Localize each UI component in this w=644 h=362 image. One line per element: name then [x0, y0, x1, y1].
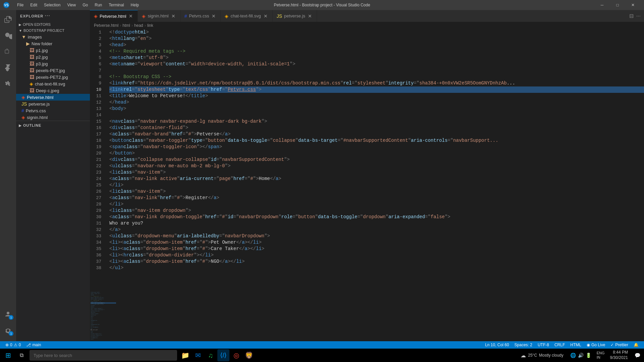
email-icon: ✉: [195, 351, 201, 359]
activity-explorer[interactable]: [0, 11, 16, 27]
close-button[interactable]: ✕: [625, 0, 641, 10]
maximize-button[interactable]: □: [610, 0, 625, 10]
tab-petverse-html[interactable]: ◈ Petverse.html ✕: [90, 10, 138, 22]
taskview-button[interactable]: ⧉: [15, 349, 28, 361]
code-line-15: <nav class="navbar navbar-expand-lg navb…: [109, 118, 644, 125]
prettier-status[interactable]: ✓ Prettier: [608, 341, 631, 349]
code-line-27: <a class="nav-link" href="#">Register</a…: [109, 195, 644, 201]
menu-selection[interactable]: Selection: [41, 0, 64, 10]
js-tab-icon: JS: [277, 13, 282, 19]
folder-images[interactable]: ▼ images: [16, 34, 90, 40]
menu-help[interactable]: Help: [127, 0, 143, 10]
file-petverse-js[interactable]: JS petverse.js: [16, 101, 90, 107]
tab-close-petverse[interactable]: ✕: [128, 13, 133, 19]
file-petverse-html[interactable]: ◈ Petverse.html: [16, 94, 90, 101]
outline-section: ▶ OUTLINE: [16, 121, 90, 130]
code-editor[interactable]: 1 2 3 4 5 6 7 8 9 10 11 12 13 14 15 16 1…: [90, 29, 644, 290]
tab-petverse-js[interactable]: JS petverse.js ✕: [273, 10, 317, 22]
code-line-18: <button class="navbar-toggler" type="but…: [109, 137, 644, 144]
brave-icon: 🦁: [245, 351, 253, 359]
menu-edit[interactable]: Edit: [27, 0, 41, 10]
menu-file[interactable]: File: [14, 0, 27, 10]
tab-label: signin.html: [148, 13, 168, 18]
file-p2[interactable]: 🖼 p2.jpg: [16, 54, 90, 60]
file-deep[interactable]: 🖼 Deep c.jpeg: [16, 87, 90, 94]
encoding-status[interactable]: UTF-8: [535, 341, 552, 349]
tab-petvrs-css[interactable]: # Petvrs.css ✕: [180, 10, 221, 22]
outline-header[interactable]: ▶ OUTLINE: [16, 122, 90, 128]
bootstrap-project-header[interactable]: ▼ BOOTSTRAP PROJECT: [16, 27, 90, 34]
network-icon[interactable]: 🌐: [570, 353, 576, 358]
activity-git[interactable]: [0, 44, 16, 60]
start-button[interactable]: ⊞: [1, 349, 15, 362]
breadcrumb-html[interactable]: html: [122, 23, 130, 28]
taskbar-explorer-icon[interactable]: 📁: [179, 349, 191, 361]
errors-status[interactable]: ⊗ 0 ⚠ 0: [3, 341, 23, 349]
activity-account[interactable]: 1: [0, 306, 16, 322]
folder-new[interactable]: ▶ New folder: [16, 40, 90, 47]
tab-close-signin[interactable]: ✕: [171, 13, 176, 19]
taskbar-chrome-icon[interactable]: ◎: [230, 349, 242, 361]
svg-icon: ◈: [30, 81, 33, 86]
split-editor-button[interactable]: ⊟: [629, 12, 634, 20]
line-numbers: 1 2 3 4 5 6 7 8 9 10 11 12 13 14 15 16 1…: [90, 29, 107, 290]
taskbar-brave-icon[interactable]: 🦁: [243, 349, 255, 361]
menu-run[interactable]: Run: [91, 0, 105, 10]
breadcrumb-head[interactable]: head: [134, 23, 143, 28]
taskbar-vscode-icon[interactable]: ⟨/⟩: [217, 349, 229, 361]
taskbar-search-input[interactable]: [30, 350, 177, 361]
notifications-status[interactable]: 🔔: [631, 341, 641, 349]
spaces-status[interactable]: Spaces: 2: [512, 341, 535, 349]
breadcrumb-file[interactable]: Petverse.html: [94, 23, 118, 28]
battery-icon[interactable]: 🔋: [586, 353, 591, 358]
open-editors-header[interactable]: ▶ OPEN EDITORS: [16, 21, 90, 27]
line-ending-text: CRLF: [554, 343, 565, 347]
taskbar-email-icon[interactable]: ✉: [192, 349, 204, 361]
line-col-status[interactable]: Ln 10, Col 60: [482, 341, 512, 349]
code-line-21: <div class="collapse navbar-collapse" id…: [109, 157, 644, 163]
file-p3[interactable]: 🖼 p3.jpg: [16, 60, 90, 67]
tab-chat-svg[interactable]: ◈ chat-text-fill.svg ✕: [221, 10, 272, 22]
code-line-32: </a>: [109, 227, 644, 233]
menu-terminal[interactable]: Terminal: [105, 0, 127, 10]
file-pexels1[interactable]: 🖼 pexels-PET.jpg: [16, 67, 90, 74]
image-icon: 🖼: [30, 54, 34, 60]
activity-search[interactable]: [0, 27, 16, 44]
breadcrumb-link[interactable]: link: [147, 23, 153, 28]
action-center-button[interactable]: 💬: [632, 349, 643, 362]
file-petvrs-css[interactable]: # Petvrs.css: [16, 107, 90, 114]
tab-close-css[interactable]: ✕: [211, 13, 216, 19]
tab-signin-html[interactable]: ◈ signin.html ✕: [138, 10, 180, 22]
file-pexels2[interactable]: 🖼 pexels-PET2.jpg: [16, 74, 90, 80]
clock-time: 8:44 PM: [610, 350, 628, 355]
code-content[interactable]: <!doctype html> <html lang="en"> <head> …: [107, 29, 644, 290]
more-actions-button[interactable]: ···: [636, 12, 641, 20]
activity-debug[interactable]: [0, 60, 16, 76]
menu-view[interactable]: View: [64, 0, 79, 10]
minimize-button[interactable]: ─: [594, 0, 610, 10]
taskbar-spotify-icon[interactable]: ♫: [205, 349, 217, 361]
menu-go[interactable]: Go: [79, 0, 91, 10]
file-signin-html[interactable]: ◈ signin.html: [16, 114, 90, 121]
activity-bar: 1 1: [0, 10, 16, 341]
tab-close-svg[interactable]: ✕: [263, 13, 268, 19]
code-line-10: <link rel="stylesheet" type="text/css" h…: [109, 86, 644, 93]
language-status[interactable]: HTML: [568, 341, 584, 349]
branch-status[interactable]: ⎇ main: [23, 341, 44, 349]
line-ending-status[interactable]: CRLF: [552, 341, 568, 349]
activity-extensions[interactable]: [0, 76, 16, 92]
activity-settings[interactable]: 1: [0, 322, 16, 339]
go-live-status[interactable]: ◉ Go Live: [584, 341, 608, 349]
file-p1[interactable]: 🖼 p1.jpg: [16, 47, 90, 54]
code-line-19: <span class="navbar-toggler-icon"></span…: [109, 144, 644, 150]
minimap: <!doctype html> <html lang="en"> <head> …: [90, 290, 117, 341]
branch-name: main: [32, 343, 41, 347]
code-line-12: </head>: [109, 99, 644, 106]
volume-icon[interactable]: 🔊: [578, 353, 584, 358]
css-tab-icon: #: [184, 13, 187, 19]
explorer-more-button[interactable]: ···: [45, 13, 50, 18]
file-chat-svg[interactable]: ◈ chat-text-fill.svg: [16, 80, 90, 87]
tab-close-js[interactable]: ✕: [307, 13, 313, 19]
vscode-logo: VS: [3, 2, 9, 8]
code-line-13: <body>: [109, 106, 644, 112]
